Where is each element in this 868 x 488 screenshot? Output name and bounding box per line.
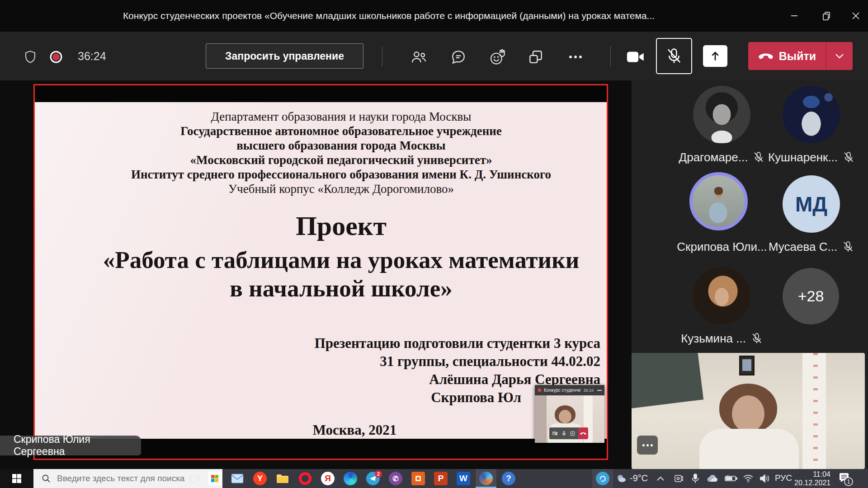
breakout-rooms-button[interactable]: [526, 47, 546, 67]
mic-off-icon: [665, 47, 683, 65]
more-options-button[interactable]: [566, 47, 585, 67]
tray-onedrive-icon[interactable]: [704, 469, 721, 488]
tray-device-icon[interactable]: [670, 469, 686, 488]
mic-muted-icon: [750, 332, 763, 345]
pip-header: Конкурс студенчески... 36:24: [535, 385, 604, 395]
pip-camera-off-icon[interactable]: [552, 431, 558, 436]
slide-title: Проект: [75, 211, 607, 240]
recording-indicator-icon: [46, 47, 66, 67]
toolbar-divider: [382, 46, 382, 67]
pip-controls: [549, 427, 588, 439]
slide-subtitle-line: в начальной школе»: [75, 274, 607, 303]
chat-button[interactable]: [448, 47, 468, 67]
participant-name: Драгомаре...: [679, 150, 748, 164]
leave-options-button[interactable]: [826, 42, 853, 70]
leave-button[interactable]: Выйти: [748, 42, 853, 70]
participant-initials: МД: [795, 192, 827, 216]
mail-app-icon[interactable]: [227, 469, 248, 488]
notification-badge: 1: [844, 477, 853, 486]
slide-header-line: Департамент образования и науки города М…: [75, 109, 607, 124]
presenter-name-label: Скрипова Юлия Сергеевна: [0, 436, 141, 455]
microsoft-store-icon[interactable]: [204, 469, 225, 488]
pip-hangup-button[interactable]: [578, 427, 588, 439]
pip-stop-share-icon[interactable]: [570, 431, 575, 436]
microphone-muted-button[interactable]: [656, 38, 692, 74]
overflow-count: +28: [798, 287, 824, 305]
participant-overflow-bubble[interactable]: +28: [783, 268, 839, 324]
security-shield-icon: [20, 47, 40, 67]
tray-wifi-icon[interactable]: [740, 469, 756, 488]
participant-name: Кушнаренк...: [768, 150, 838, 164]
video-person-face: [732, 395, 764, 432]
pip-title: Конкурс студенчески...: [544, 388, 581, 393]
reactions-button[interactable]: [487, 47, 507, 67]
clock-time: 11:04: [794, 470, 830, 479]
close-icon: [851, 11, 861, 21]
participant-avatar-kuzmina[interactable]: [693, 267, 750, 324]
share-arrow-icon: [710, 50, 721, 62]
restore-icon: [821, 10, 832, 21]
camera-button[interactable]: [626, 47, 646, 67]
close-button[interactable]: [840, 0, 868, 32]
task-view-button[interactable]: [184, 469, 205, 488]
weather-icon[interactable]: [616, 473, 627, 486]
hangup-icon: [758, 53, 774, 60]
participant-avatar-skripova-speaking[interactable]: [689, 172, 748, 230]
pip-meeting-window[interactable]: Конкурс студенчески... 36:24: [535, 385, 604, 443]
minimize-icon: [789, 11, 799, 21]
chevron-down-icon: [835, 53, 844, 59]
video-person-body: [699, 429, 799, 469]
window-title: Конкурс студенческих проектов «Обучение …: [0, 0, 778, 32]
start-button[interactable]: [0, 469, 33, 488]
edge-browser-icon[interactable]: [340, 469, 361, 488]
file-explorer-icon[interactable]: [272, 469, 293, 488]
video-chalkboard: [632, 353, 703, 409]
notification-center-button[interactable]: 1: [834, 469, 854, 488]
powerpoint-app-icon[interactable]: P: [430, 469, 451, 488]
opera-browser-icon[interactable]: [295, 469, 316, 488]
video-picture-frame: [739, 356, 755, 375]
participant-name: Кузьмина ...: [681, 332, 746, 346]
tray-expand-chevron[interactable]: [652, 469, 669, 488]
yandex-search-icon[interactable]: Я: [317, 469, 338, 488]
slide-header-line: Учебный корпус «Колледж Дорогомилово»: [75, 182, 607, 196]
participants-button[interactable]: [409, 47, 429, 67]
search-icon: [42, 474, 51, 483]
meeting-timer: 36:24: [78, 50, 106, 63]
telegram-app-icon[interactable]: 2: [363, 469, 383, 488]
slide-credit-line: Презентацию подготовили студентки 3 курс…: [75, 334, 600, 352]
tray-volume-icon[interactable]: [756, 469, 773, 488]
orange-app-icon[interactable]: [408, 469, 429, 488]
language-indicator[interactable]: РУС: [775, 473, 792, 483]
pip-room-edge: [535, 395, 547, 443]
participant-avatar-musaeva[interactable]: МД: [783, 175, 840, 233]
tray-microphone-icon[interactable]: [687, 469, 703, 488]
pip-hangup-icon: [580, 432, 586, 435]
minimize-button[interactable]: [779, 0, 810, 32]
active-teams-app-icon[interactable]: [476, 469, 496, 488]
toolbar-divider: [610, 46, 611, 67]
get-help-app-icon[interactable]: ?: [498, 469, 519, 488]
participant-avatar-dragomare[interactable]: [693, 86, 750, 143]
participant-name: Скрипова Юли...: [677, 240, 767, 254]
taskbar-clock[interactable]: 11:04 20.12.2021: [794, 470, 830, 487]
participant-avatar-kushnarenko[interactable]: [783, 86, 840, 143]
mic-muted-icon: [842, 240, 854, 253]
video-tile-more-button[interactable]: [637, 436, 658, 455]
request-control-button[interactable]: Запросить управление: [206, 43, 363, 69]
swirl-app-icon[interactable]: [592, 469, 613, 488]
slide-credit-line: Алёшина Дарья Сергеевна: [75, 371, 600, 389]
video-wall-strip: [802, 353, 826, 469]
pip-minimize-button[interactable]: [597, 390, 602, 391]
restore-button[interactable]: [811, 0, 842, 32]
leave-label: Выйти: [779, 50, 816, 63]
weather-temperature[interactable]: -9°C: [630, 473, 648, 483]
pip-control-group: [549, 427, 578, 439]
viber-app-icon[interactable]: ✆: [385, 469, 406, 488]
participant-video-tile[interactable]: [632, 353, 865, 469]
pip-mic-icon[interactable]: [562, 431, 566, 436]
word-app-icon[interactable]: W: [453, 469, 474, 488]
tray-battery-icon[interactable]: [722, 469, 740, 488]
yandex-browser-icon[interactable]: Y: [250, 469, 270, 488]
share-screen-button[interactable]: [703, 45, 727, 67]
